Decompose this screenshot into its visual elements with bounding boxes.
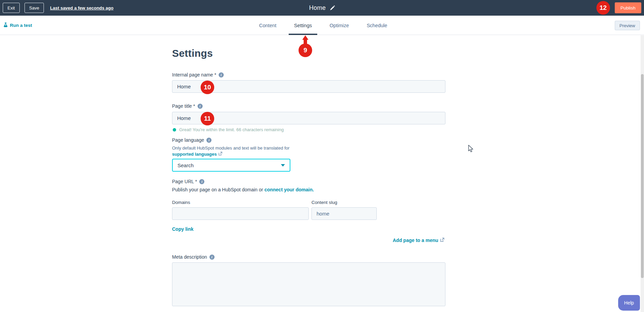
copy-link[interactable]: Copy link <box>172 226 193 232</box>
page-language-label: Page language <box>172 137 204 143</box>
scrollbar-thumb[interactable] <box>641 74 644 278</box>
run-a-test-label: Run a test <box>10 23 32 28</box>
meta-description-label: Meta description <box>172 254 207 260</box>
tab-settings[interactable]: Settings <box>289 16 317 35</box>
page-editor-settings-screen: Exit Save Last saved a few seconds ago H… <box>0 0 644 312</box>
page-url-helper: Publish your page on a HubSpot domain or… <box>172 187 314 192</box>
top-bar-right: 12 Publish <box>596 0 641 16</box>
domains-label: Domains <box>172 200 190 205</box>
page-title-label-row: Page title * i <box>172 103 203 109</box>
top-bar: Exit Save Last saved a few seconds ago H… <box>0 0 644 16</box>
preview-button[interactable]: Preview <box>615 21 640 30</box>
page-url-label: Page URL * <box>172 179 197 184</box>
info-icon[interactable]: i <box>199 179 204 184</box>
page-title-label: Page title * <box>172 103 195 109</box>
annotation-badge-11: 11 <box>201 112 214 125</box>
info-icon[interactable]: i <box>198 104 203 109</box>
edit-title-pencil-icon[interactable] <box>330 5 335 11</box>
page-url-helper-text: Publish your page on a HubSpot domain or <box>172 187 265 192</box>
editor-subnav: Run a test Content Settings Optimize Sch… <box>0 16 644 35</box>
connect-your-domain-link[interactable]: connect your domain. <box>265 187 314 192</box>
page-language-label-row: Page language i <box>172 137 211 143</box>
content-slug-input[interactable] <box>311 207 377 220</box>
page-language-helper: Only default HubSpot modules and text wi… <box>172 145 289 151</box>
page-title: Home <box>309 4 326 12</box>
supported-languages-link-row: supported languages <box>172 152 222 157</box>
copy-link-row: Copy link <box>172 226 193 232</box>
editor-tabs: Content Settings Optimize Schedule <box>254 16 393 35</box>
domains-input[interactable] <box>172 207 309 220</box>
last-saved-status[interactable]: Last saved a few seconds ago <box>50 5 113 11</box>
info-icon[interactable]: i <box>209 255 215 260</box>
meta-description-textarea[interactable] <box>172 262 445 306</box>
add-page-to-menu-link[interactable]: Add page to a menu <box>393 238 438 243</box>
page-url-label-row: Page URL * i <box>172 179 204 184</box>
vertical-scrollbar[interactable] <box>641 35 644 312</box>
info-icon[interactable]: i <box>206 138 211 143</box>
external-link-icon <box>440 238 444 243</box>
mouse-cursor <box>468 145 475 154</box>
exit-button[interactable]: Exit <box>3 3 20 13</box>
help-button[interactable]: Help <box>618 295 640 311</box>
title-length-message: Great! You're within the limit. 66 chara… <box>179 127 284 132</box>
title-length-feedback: Great! You're within the limit. 66 chara… <box>173 127 284 132</box>
page-language-selected-value: Search <box>177 162 194 168</box>
annotation-badge-9: 9 <box>299 44 312 57</box>
external-link-icon <box>218 152 222 157</box>
page-language-dropdown[interactable]: Search <box>172 159 290 172</box>
meta-description-label-row: Meta description i <box>172 254 215 260</box>
annotation-badge-10: 10 <box>201 81 214 94</box>
content-slug-label: Content slug <box>311 200 337 205</box>
publish-button[interactable]: Publish <box>615 2 641 13</box>
success-dot-icon <box>173 128 176 132</box>
tab-content[interactable]: Content <box>254 16 282 35</box>
supported-languages-link[interactable]: supported languages <box>172 152 217 157</box>
internal-page-name-label-row: Internal page name * i <box>172 72 224 77</box>
chevron-down-icon <box>281 164 285 167</box>
internal-page-name-label: Internal page name * <box>172 72 216 77</box>
beaker-icon <box>3 22 8 28</box>
run-a-test-link[interactable]: Run a test <box>3 16 32 35</box>
tab-schedule[interactable]: Schedule <box>361 16 392 35</box>
save-button[interactable]: Save <box>24 3 44 13</box>
tab-optimize[interactable]: Optimize <box>324 16 354 35</box>
info-icon[interactable]: i <box>219 72 224 77</box>
settings-heading: Settings <box>172 48 213 59</box>
add-page-to-menu-row: Add page to a menu <box>393 238 444 243</box>
annotation-badge-12: 12 <box>596 1 610 15</box>
